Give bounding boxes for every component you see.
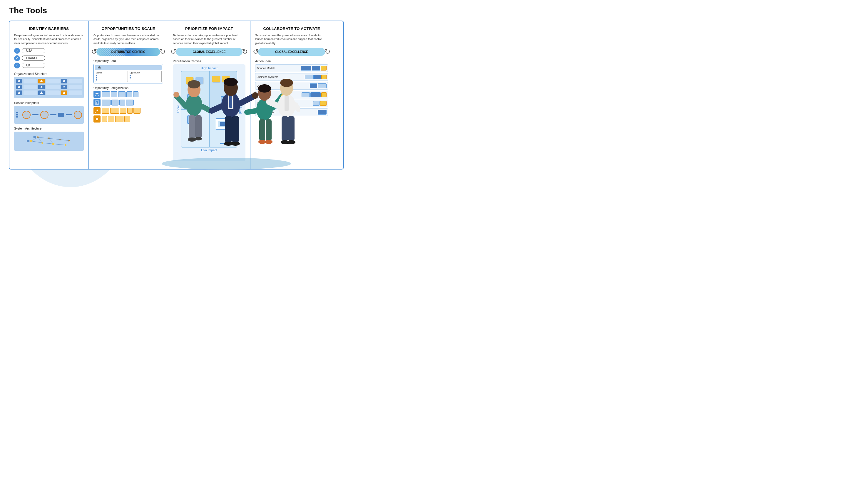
pri-arrow-right-icon: ↻	[242, 47, 248, 56]
page-title: The Tools	[9, 6, 344, 15]
panel-opp-desc: Opportunities to overcome barriers are a…	[93, 33, 163, 45]
cat-icon-2	[93, 99, 100, 106]
arch-box	[14, 132, 84, 151]
action-row-1: Finance Models	[255, 64, 328, 72]
arrow-left-icon: ↺	[91, 47, 97, 56]
org-cell-7	[16, 91, 22, 95]
action-label-1: Finance Models	[257, 67, 300, 70]
arrow-right-icon: ↻	[160, 47, 165, 56]
action-label-4: IT Systems	[257, 93, 301, 96]
canvas-quadrants	[181, 71, 237, 148]
org-cell-5	[38, 85, 45, 89]
service-blueprints-label: Service Blueprints	[14, 101, 84, 105]
panel-col-desc: Services harness the power of economies …	[255, 33, 328, 45]
svg-point-13	[63, 91, 65, 93]
panel-identify: IDENTIFY BARRIERS Deep dive on key indiv…	[9, 21, 89, 169]
pri-oval-pill: GLOBAL EXCELLENCE	[176, 48, 243, 56]
action-label-6: Consumer Tou...	[257, 111, 317, 114]
axis-bottom-label: Low Impact	[175, 149, 243, 152]
cat-icon-3	[93, 107, 100, 114]
country-france: ✓ FRANCE	[14, 55, 84, 61]
svg-line-24	[31, 141, 42, 143]
cat-row-4	[93, 116, 163, 123]
cat-icon-1	[93, 91, 100, 98]
quadrant-tl	[181, 71, 209, 109]
system-arch-label: System Architecture	[14, 127, 84, 130]
quadrant-bl	[181, 109, 209, 148]
opp-card-section: Opportunity Card Title Barrier Opportuni…	[93, 59, 163, 84]
axis-left-label: Local	[175, 71, 181, 148]
opp-card-label: Opportunity Card	[93, 59, 163, 63]
svg-line-30	[38, 137, 42, 143]
svg-rect-33	[33, 136, 36, 138]
opp-cat-label: Opportunity Categorization	[93, 86, 163, 90]
pri-oval-wrap: ↺ GLOBAL EXCELLENCE ↻	[173, 48, 245, 56]
panel-opportunities: OPPORTUNITIES TO SCALE Opportunities to …	[89, 21, 168, 169]
org-cell-8	[38, 91, 45, 95]
svg-rect-32	[27, 140, 29, 142]
col-arrow-right-icon: ↻	[324, 47, 331, 56]
svg-rect-7	[18, 87, 20, 88]
opp-cat-section: Opportunity Categorization	[93, 86, 163, 123]
blueprint-circle-3	[74, 111, 82, 119]
country-usa: ✓ USA	[14, 48, 84, 54]
action-label-2: Business Systems	[257, 75, 304, 78]
cat-row-2	[93, 99, 163, 106]
col-oval-wrap: ↺ GLOBAL EXCELLENCE ↻	[255, 48, 328, 56]
svg-point-35	[97, 93, 98, 94]
col-arrow-left-icon: ↺	[253, 47, 259, 56]
svg-line-26	[42, 143, 54, 144]
action-plan-grid: Finance Models Business Systems	[255, 64, 328, 116]
svg-rect-40	[95, 111, 97, 112]
svg-line-29	[60, 139, 69, 141]
panel-prioritize: PRIORITIZE FOR IMPACT To define actions …	[168, 21, 250, 169]
cat-icon-4	[93, 116, 100, 123]
check-france: ✓	[14, 55, 20, 61]
org-cell-1	[16, 79, 22, 84]
action-label-3: Quality Co...	[257, 84, 309, 87]
panel-pri-title: PRIORITIZE FOR IMPACT	[173, 27, 245, 31]
panel-pri-desc: To define actions to take, opportunities…	[173, 33, 245, 45]
svg-point-0	[19, 79, 20, 81]
org-cell-3	[61, 79, 67, 84]
col-oval-pill: GLOBAL EXCELLENCE	[258, 48, 325, 56]
quadrant-br	[209, 109, 238, 148]
check-uk: ✓	[14, 63, 20, 68]
panel-identify-desc: Deep dive on key individual services to …	[14, 33, 84, 45]
panel-opp-title: OPPORTUNITIES TO SCALE	[93, 27, 163, 31]
svg-line-25	[38, 137, 49, 138]
svg-point-41	[96, 118, 98, 120]
prioritize-canvas: High Impact Local	[173, 64, 245, 161]
action-row-4: IT Systems	[255, 91, 328, 98]
org-cell-9	[61, 91, 67, 95]
svg-rect-1	[18, 82, 20, 82]
opp-oval-wrap: ↺ DISTRIBUTOR CENTRIC ↻	[93, 48, 163, 56]
opp-card-col-opp: Opportunity	[129, 71, 162, 82]
opp-card-body: Barrier Opportunity	[95, 71, 162, 82]
org-structure-label: Organizational Structure	[14, 72, 84, 75]
svg-line-27	[49, 138, 60, 139]
org-cell-6: ⚙	[61, 85, 67, 89]
org-cell-4	[16, 85, 22, 89]
check-usa: ✓	[14, 48, 20, 54]
blueprint-circle-2	[40, 111, 49, 119]
panel-col-title: COLLABORATE TO ACTIVATE	[255, 27, 328, 31]
svg-rect-3	[40, 82, 42, 82]
opp-card-title: Title	[95, 65, 162, 70]
axis-top-label: High Impact	[175, 67, 243, 70]
country-uk: ✓ UK	[14, 63, 84, 68]
svg-point-11	[41, 91, 42, 93]
cat-row-3	[93, 107, 163, 114]
action-label-5: Structural Go...	[257, 102, 312, 105]
action-row-5: Structural Go...	[255, 100, 328, 107]
svg-line-28	[54, 144, 66, 145]
country-pill-france: FRANCE	[22, 56, 45, 61]
org-structure-grid: ⚙	[14, 77, 84, 98]
action-row-3: Quality Co...	[255, 82, 328, 90]
panel-identify-title: IDENTIFY BARRIERS	[14, 27, 84, 31]
svg-rect-36	[95, 101, 99, 104]
svg-point-8	[41, 86, 42, 87]
action-row-2: Business Systems	[255, 73, 328, 81]
opp-card-col-barrier: Barrier	[95, 71, 128, 82]
svg-rect-14	[63, 93, 65, 94]
